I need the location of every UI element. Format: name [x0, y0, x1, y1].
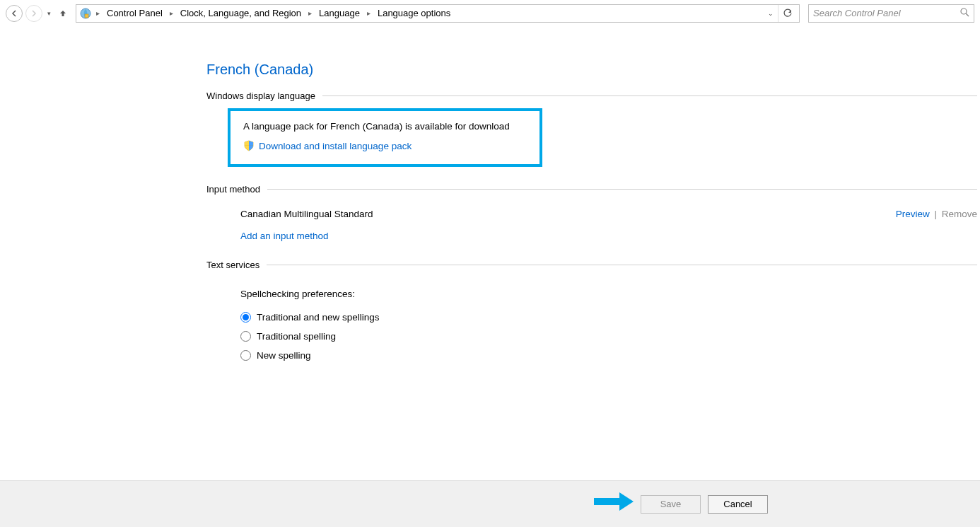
chevron-right-icon: ▸: [93, 9, 103, 17]
language-pack-message: A language pack for French (Canada) is a…: [243, 121, 527, 132]
radio-input[interactable]: [240, 312, 251, 323]
cancel-button[interactable]: Cancel: [708, 495, 768, 514]
spellcheck-label: Spellchecking preferences:: [206, 277, 977, 308]
download-language-pack-link[interactable]: Download and install language pack: [243, 140, 527, 151]
radio-option-new[interactable]: New spelling: [240, 346, 977, 365]
radio-input[interactable]: [240, 331, 251, 342]
add-input-method-link[interactable]: Add an input method: [206, 226, 977, 255]
input-method-actions: Preview | Remove: [896, 209, 977, 219]
breadcrumb-item[interactable]: Control Panel: [104, 6, 165, 20]
page-title: French (Canada): [206, 62, 977, 78]
history-dropdown-icon[interactable]: ▾: [45, 10, 53, 17]
chevron-right-icon: ▸: [305, 9, 315, 17]
breadcrumb-item[interactable]: Clock, Language, and Region: [177, 6, 304, 20]
radio-label: New spelling: [257, 350, 311, 361]
breadcrumb: ▸ Control Panel ▸ Clock, Language, and R…: [93, 6, 764, 20]
navigation-toolbar: ▾ ▸ Control Panel ▸ Clock, Language, and…: [0, 0, 980, 26]
spellcheck-radio-group: Traditional and new spellings Traditiona…: [206, 308, 977, 365]
search-input[interactable]: [813, 8, 960, 18]
up-button[interactable]: [56, 6, 70, 21]
language-pack-highlight: A language pack for French (Canada) is a…: [228, 108, 542, 167]
footer-bar: Save Cancel: [0, 480, 980, 527]
section-header-text-services: Text services: [206, 260, 977, 270]
section-header-display-language: Windows display language: [206, 91, 977, 101]
section-label: Text services: [206, 260, 259, 270]
input-method-row: Canadian Multilingual Standard Preview |…: [206, 202, 977, 226]
control-panel-icon: [79, 7, 92, 20]
chevron-right-icon: ▸: [167, 9, 176, 17]
section-label: Windows display language: [206, 91, 315, 101]
radio-label: Traditional and new spellings: [257, 312, 380, 323]
divider: [267, 189, 977, 190]
remove-link: Remove: [942, 209, 977, 219]
address-dropdown-icon[interactable]: ⌄: [764, 10, 778, 17]
radio-option-traditional[interactable]: Traditional spelling: [240, 327, 977, 346]
refresh-button[interactable]: [778, 5, 796, 22]
save-button[interactable]: Save: [641, 495, 701, 514]
svg-line-3: [966, 13, 969, 16]
section-header-input-method: Input method: [206, 184, 977, 195]
chevron-right-icon: ▸: [364, 9, 373, 17]
breadcrumb-item[interactable]: Language options: [375, 6, 453, 20]
input-method-name: Canadian Multilingual Standard: [240, 209, 373, 219]
forward-button[interactable]: [25, 5, 42, 22]
radio-option-traditional-new[interactable]: Traditional and new spellings: [240, 308, 977, 327]
separator: |: [932, 209, 939, 219]
address-bar[interactable]: ▸ Control Panel ▸ Clock, Language, and R…: [76, 4, 800, 23]
search-icon: [960, 8, 969, 19]
section-label: Input method: [206, 184, 260, 195]
preview-link[interactable]: Preview: [896, 209, 930, 219]
svg-rect-1: [85, 14, 88, 18]
annotation-arrow-icon: [594, 491, 634, 514]
shield-icon: [243, 140, 255, 151]
back-button[interactable]: [6, 5, 23, 22]
divider: [267, 265, 977, 265]
content-area: French (Canada) Windows display language…: [206, 26, 977, 365]
svg-point-2: [961, 8, 967, 14]
search-box[interactable]: [808, 4, 974, 23]
svg-rect-4: [245, 146, 253, 146]
text-services-section: Text services Spellchecking preferences:…: [206, 260, 977, 365]
breadcrumb-item[interactable]: Language: [316, 6, 363, 20]
radio-label: Traditional spelling: [257, 331, 336, 342]
divider: [322, 95, 977, 96]
radio-input[interactable]: [240, 350, 251, 361]
download-link-text: Download and install language pack: [259, 141, 412, 151]
